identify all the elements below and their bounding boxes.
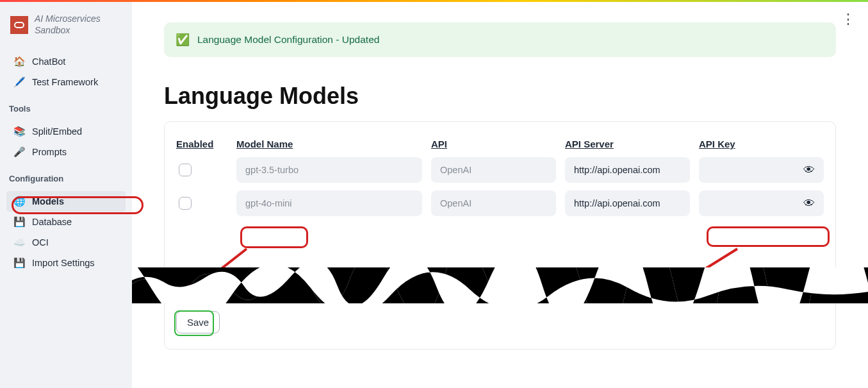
sidebar-item-label: Prompts	[32, 147, 67, 157]
eye-icon[interactable]: 👁	[803, 164, 815, 177]
sidebar-item-label: OCI	[32, 237, 49, 248]
sidebar-item-import-settings[interactable]: 💾 Import Settings	[6, 253, 126, 273]
cloud-icon: ☁️	[13, 237, 26, 248]
api-key-input[interactable]: 👁	[699, 190, 824, 216]
disk-icon: 💾	[13, 216, 26, 228]
enabled-checkbox[interactable]	[179, 276, 192, 289]
api-server-input[interactable]: http://api.openai.com	[565, 157, 690, 183]
sidebar-item-split-embed[interactable]: 📚 Split/Embed	[6, 121, 126, 142]
sidebar-item-database[interactable]: 💾 Database	[6, 212, 126, 232]
api-server-input[interactable]: http://127.0.0.1:11434	[565, 270, 690, 296]
sidebar-item-oci[interactable]: ☁️ OCI	[6, 232, 126, 253]
microphone-icon: 🎤	[13, 146, 26, 158]
model-name-input[interactable]: llama3.1	[236, 270, 422, 296]
sidebar-section-tools: Tools	[0, 97, 132, 116]
sidebar-item-label: ChatBot	[32, 56, 65, 67]
brand-title: AI Microservices Sandbox	[35, 13, 101, 36]
sidebar-item-label: Database	[32, 217, 72, 227]
brand-logo-icon	[10, 16, 28, 34]
table-row: llama3.1 ChatOllama http://127.0.0.1:114…	[176, 270, 824, 296]
enabled-checkbox[interactable]	[179, 197, 192, 210]
home-icon: 🏠	[13, 56, 26, 67]
api-key-input[interactable]: 👁	[699, 157, 824, 183]
enabled-checkbox[interactable]	[179, 164, 192, 176]
table-row: gpt-3.5-turbo OpenAI http://api.openai.c…	[176, 157, 824, 183]
col-api: API	[431, 139, 556, 149]
sidebar-item-chatbot[interactable]: 🏠 ChatBot	[6, 51, 126, 72]
api-key-input[interactable]: 👁	[699, 270, 824, 296]
main: ⋮ ✅ Language Model Configuration - Updat…	[132, 2, 868, 388]
col-enabled: Enabled	[176, 139, 227, 149]
sidebar-item-label: Test Framework	[32, 77, 98, 87]
success-toast: ✅ Language Model Configuration - Updated	[164, 22, 836, 57]
sidebar-item-prompts[interactable]: 🎤 Prompts	[6, 142, 126, 162]
table-header: Enabled Model Name API API Server API Ke…	[176, 139, 824, 149]
api-input[interactable]: OpenAI	[431, 190, 556, 216]
eye-icon[interactable]: 👁	[803, 197, 815, 210]
model-name-input[interactable]: gpt-3.5-turbo	[236, 157, 422, 183]
col-key: API Key	[699, 139, 824, 149]
eye-icon[interactable]: 👁	[803, 276, 815, 290]
page-title: Language Models	[164, 83, 836, 110]
sidebar-item-label: Import Settings	[32, 258, 95, 268]
sidebar: AI Microservices Sandbox 🏠 ChatBot 🖊️ Te…	[0, 2, 132, 388]
save-button[interactable]: Save	[176, 311, 220, 333]
kebab-menu-icon[interactable]: ⋮	[841, 11, 855, 28]
model-name-input[interactable]: gpt-4o-mini	[236, 190, 422, 216]
pen-icon: 🖊️	[13, 76, 26, 88]
col-server: API Server	[565, 139, 690, 149]
brand: AI Microservices Sandbox	[0, 2, 132, 46]
sidebar-section-configuration: Configuration	[0, 167, 132, 186]
table-row: gpt-4o-mini OpenAI http://api.openai.com…	[176, 190, 824, 216]
api-input[interactable]: OpenAI	[431, 157, 556, 183]
sidebar-item-models[interactable]: 🌐 Models	[6, 191, 126, 212]
sidebar-item-label: Split/Embed	[32, 126, 82, 137]
save-icon: 💾	[13, 257, 26, 269]
models-panel: Enabled Model Name API API Server API Ke…	[164, 121, 836, 350]
toast-text: Language Model Configuration - Updated	[197, 34, 379, 46]
checkmark-icon: ✅	[176, 33, 190, 47]
books-icon: 📚	[13, 126, 26, 137]
sidebar-item-test-framework[interactable]: 🖊️ Test Framework	[6, 72, 126, 92]
api-input[interactable]: ChatOllama	[431, 270, 556, 296]
globe-icon: 🌐	[13, 196, 26, 207]
col-model: Model Name	[236, 139, 422, 149]
sidebar-item-label: Models	[32, 196, 64, 207]
api-server-input[interactable]: http://api.openai.com	[565, 190, 690, 216]
